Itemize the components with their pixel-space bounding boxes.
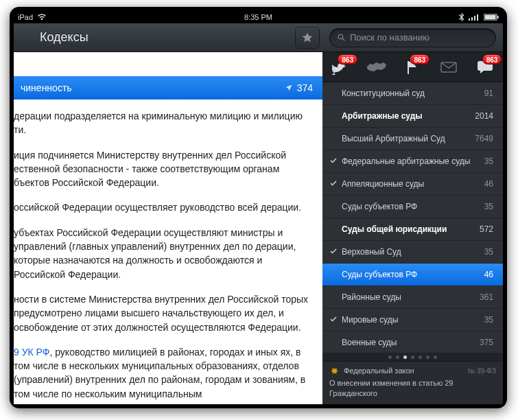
court-label: Суды общей юрисдикции <box>342 224 480 234</box>
svg-line-8 <box>342 38 344 40</box>
article-banner[interactable]: чиненность 374 <box>14 76 322 100</box>
court-count: 35 <box>484 247 493 257</box>
check-icon <box>329 179 342 189</box>
court-row[interactable]: Аппеляционные суды46 <box>322 173 503 196</box>
screen: iPad 8:35 PM Кодексы чиненность 374 <box>14 11 503 404</box>
court-label: Мировые суды <box>342 315 484 325</box>
search-placeholder: Поиск по названию <box>350 32 429 43</box>
share-icon <box>285 84 293 92</box>
law-link[interactable]: 9 УК РФ <box>14 347 49 358</box>
footer-ref: № 39-ФЗ <box>467 366 496 376</box>
court-count: 35 <box>484 156 493 166</box>
doc-paragraph: ности в системе Министерства внутренних … <box>14 292 313 334</box>
svg-rect-0 <box>469 19 470 21</box>
check-icon <box>329 315 342 325</box>
footer-law[interactable]: Федеральный закон № 39-ФЗ О внесении изм… <box>322 361 503 404</box>
doc-paragraph: оссийской Федерации осуществляет руковод… <box>14 200 313 214</box>
battery-icon <box>484 14 499 21</box>
doc-paragraph: 9 УК РФ, руководство милицией в районах,… <box>14 345 313 401</box>
court-count: 375 <box>480 338 493 347</box>
status-bar: iPad 8:35 PM <box>14 11 503 23</box>
favorite-button[interactable] <box>295 27 320 49</box>
content-header: Кодексы <box>14 23 322 52</box>
device-frame: iPad 8:35 PM Кодексы чиненность 374 <box>10 7 507 408</box>
mail-icon <box>440 62 457 73</box>
doc-paragraph: иция подчиняется Министерству внутренних… <box>14 148 313 190</box>
court-label: Военные суды <box>342 338 480 347</box>
svg-rect-6 <box>497 16 499 19</box>
svg-rect-2 <box>474 16 475 21</box>
court-label: Аппеляционные суды <box>342 179 484 189</box>
search-icon <box>337 33 346 42</box>
bluetooth-icon <box>459 13 464 21</box>
court-label: Арбитражные суды <box>342 111 475 121</box>
tab-map[interactable] <box>363 53 390 82</box>
star-icon <box>301 32 314 44</box>
court-row[interactable]: Суды субъектов РФ35 <box>322 196 503 218</box>
banner-label: чиненность <box>21 82 72 93</box>
pager[interactable] <box>322 353 503 361</box>
court-list[interactable]: Конституционный суд91Арбитражные суды201… <box>322 82 503 353</box>
device-label: iPad <box>18 13 33 21</box>
svg-rect-5 <box>485 15 496 20</box>
court-count: 361 <box>480 292 493 302</box>
tab-row: 863 863 863 <box>322 52 503 82</box>
court-row[interactable]: Районные суды361 <box>322 286 503 309</box>
doc-paragraph: дерации подразделяется на криминальную м… <box>14 109 313 137</box>
court-label: Высший Арбитражный Суд <box>342 134 475 143</box>
tab-chat[interactable]: 863 <box>471 53 499 82</box>
court-count: 46 <box>484 270 493 279</box>
wifi-icon <box>37 14 47 21</box>
signal-icon <box>469 14 480 21</box>
badge: 863 <box>410 54 429 65</box>
side-panel: Поиск по названию 863 863 <box>322 23 503 404</box>
tab-mail[interactable] <box>435 53 462 82</box>
court-row[interactable]: Федеральные арбитражные суды35 <box>322 150 503 173</box>
court-label: Федеральные арбитражные суды <box>342 156 484 166</box>
footer-desc: О внесении изменения в статью 29 Граждан… <box>329 378 496 399</box>
court-count: 2014 <box>475 111 493 121</box>
footer-type: Федеральный закон <box>344 366 414 376</box>
court-label: Суды субъектов РФ <box>342 270 484 279</box>
court-row[interactable]: Суды общей юрисдикции572 <box>322 218 503 241</box>
banner-count: 374 <box>285 82 322 93</box>
court-row[interactable]: Высший Арбитражный Суд7649 <box>322 128 503 150</box>
check-icon <box>329 156 342 167</box>
court-count: 91 <box>484 89 493 98</box>
court-count: 7649 <box>475 134 493 143</box>
doc-paragraph: убъектах Российской Федерации осуществля… <box>14 226 313 281</box>
page-title: Кодексы <box>40 30 89 45</box>
court-label: Районные суды <box>342 292 480 302</box>
court-count: 35 <box>484 315 493 325</box>
check-icon <box>329 247 342 257</box>
court-count: 46 <box>484 179 493 189</box>
clock: 8:35 PM <box>14 13 503 21</box>
document-body: дерации подразделяется на криминальную м… <box>14 100 322 404</box>
court-label: Верховный Суд <box>342 247 484 257</box>
court-row[interactable]: Суды субъектов РФ46 <box>322 264 503 286</box>
svg-point-7 <box>338 34 343 39</box>
court-row[interactable]: Верховный Суд35 <box>322 241 503 264</box>
court-row[interactable]: Военные суды375 <box>322 331 503 353</box>
svg-rect-3 <box>477 14 478 21</box>
search-row: Поиск по названию <box>322 23 503 52</box>
svg-rect-1 <box>471 17 473 21</box>
tab-bird[interactable]: 863 <box>327 53 354 82</box>
search-input[interactable]: Поиск по названию <box>329 28 496 47</box>
court-row[interactable]: Конституционный суд91 <box>322 82 503 105</box>
emblem-icon <box>329 366 339 376</box>
court-row[interactable]: Мировые суды35 <box>322 309 503 331</box>
russia-map-icon <box>366 61 387 73</box>
badge: 863 <box>338 54 357 65</box>
court-count: 572 <box>480 224 493 234</box>
doc-text: , руководство милицией в районах, города… <box>14 347 305 399</box>
court-count: 35 <box>484 202 493 211</box>
tab-flag[interactable]: 863 <box>399 53 426 82</box>
badge: 863 <box>482 54 502 65</box>
court-label: Суды субъектов РФ <box>342 202 484 211</box>
court-label: Конституционный суд <box>342 89 484 98</box>
court-row[interactable]: Арбитражные суды2014 <box>322 105 503 128</box>
